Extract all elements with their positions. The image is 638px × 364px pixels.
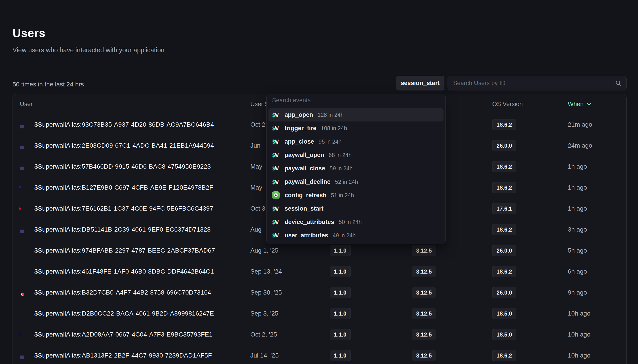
os-version-badge: 17.6.1 <box>492 203 516 214</box>
event-count: 49 in 24h <box>333 232 356 239</box>
event-search-input[interactable] <box>267 97 445 104</box>
event-list-item[interactable]: $W user_attributes 49 in 24h <box>268 229 444 242</box>
event-filter-dropdown: $W app_open 128 in 24h $W trigger_fire 1… <box>266 94 446 244</box>
event-list-item[interactable]: $W app_open 128 in 24h <box>268 108 444 122</box>
event-icon: $W <box>272 152 281 158</box>
event-name: user_attributes <box>284 232 328 239</box>
event-list-item[interactable]: $W device_attributes 50 in 24h <box>268 215 444 229</box>
os-version-badge: 18.6.2 <box>492 119 516 130</box>
event-count: 51 in 24h <box>331 192 354 198</box>
event-list-item[interactable]: config_refresh 51 in 24h <box>268 188 444 202</box>
superwall-logo-icon: $W <box>272 152 278 158</box>
event-list-item[interactable]: $W paywall_close 59 in 24h <box>268 162 444 175</box>
user-since: Aug 1, '25 <box>250 247 278 254</box>
event-filter-label: session_start <box>401 80 440 87</box>
superwall-logo-icon: $W <box>272 138 278 145</box>
os-version-badge: 18.5.0 <box>492 308 516 319</box>
user-id: $SuperwallAlias:974BFABB-2297-4787-BEEC-… <box>35 247 215 254</box>
user-since: Jun <box>250 142 260 149</box>
sdk-version-badge: 3.12.5 <box>412 287 436 298</box>
event-list-item[interactable]: $W paywall_open 68 in 24h <box>268 148 444 162</box>
event-count: 68 in 24h <box>329 152 352 158</box>
event-list-item[interactable]: $W session_start <box>268 202 444 215</box>
os-version-badge: 18.6.2 <box>492 161 516 172</box>
user-search-input[interactable] <box>448 76 610 90</box>
event-icon: $W <box>272 112 281 118</box>
superwall-logo-icon: $W <box>272 165 278 172</box>
superwall-logo-icon: $W <box>272 125 278 132</box>
when-value: 10h ago <box>568 331 590 338</box>
event-list-item[interactable]: $W trigger_fire 108 in 24h <box>268 122 444 135</box>
app-version-badge: 1.1.0 <box>330 245 351 256</box>
when-value: 9h ago <box>568 289 587 296</box>
os-version-badge: 18.6.2 <box>492 224 516 235</box>
event-list-item[interactable]: $W app_close 95 in 24h <box>268 135 444 148</box>
chevron-down-icon <box>586 102 592 107</box>
superwall-logo-icon: $W <box>272 179 278 185</box>
user-since: Oct 3 <box>250 205 265 212</box>
event-name: paywall_close <box>284 165 325 172</box>
user-since: Sep 30, '25 <box>250 289 282 296</box>
sdk-version-badge: 3.12.5 <box>412 266 436 277</box>
event-icon: $W <box>272 125 281 132</box>
event-count: 95 in 24h <box>318 138 342 145</box>
column-header-os-version[interactable]: OS Version <box>492 101 523 108</box>
user-id: $SuperwallAlias:7E6162B1-1C37-4C0E-94FC-… <box>35 205 213 212</box>
os-version-badge: 26.0.0 <box>492 140 516 151</box>
event-search <box>267 94 445 107</box>
app-version-badge: 1.1.0 <box>330 266 351 277</box>
event-icon: $W <box>272 138 281 145</box>
app-version-badge: 1.1.0 <box>330 308 351 319</box>
event-icon: $W <box>272 165 281 172</box>
user-since: Sep 3, '25 <box>250 310 278 317</box>
os-version-badge: 26.0.0 <box>492 245 516 256</box>
column-header-when-label: When <box>568 101 584 108</box>
when-value: 3h ago <box>568 226 587 233</box>
table-row[interactable]: $SuperwallAlias:D2B0CC22-BACA-4061-9B2D-… <box>13 303 626 324</box>
user-id: $SuperwallAlias:B127E9B0-C697-4CFB-AE9E-… <box>35 184 213 191</box>
when-value: 6h ago <box>568 268 587 275</box>
event-name: paywall_open <box>284 152 324 158</box>
sdk-version-badge: 3.12.5 <box>412 350 436 361</box>
when-value: 1h ago <box>568 184 587 191</box>
user-since: May <box>250 163 262 170</box>
os-version-badge: 26.0.0 <box>492 287 516 298</box>
search-icon[interactable] <box>610 80 626 86</box>
user-id: $SuperwallAlias:D2B0CC22-BACA-4061-9B2D-… <box>35 310 214 317</box>
event-icon <box>272 192 281 199</box>
os-version-badge: 18.6.2 <box>492 350 516 361</box>
column-header-when[interactable]: When <box>568 101 592 108</box>
app-version-badge: 1.1.0 <box>330 287 351 298</box>
table-row[interactable]: $SuperwallAlias:A2D08AA7-0667-4C04-A7F3-… <box>13 324 626 345</box>
table-row[interactable]: $SuperwallAlias:AB1313F2-2B2F-44C7-9930-… <box>13 345 626 364</box>
user-id: $SuperwallAlias:461F48FE-1AF0-46B0-8DBC-… <box>35 268 214 275</box>
event-icon: $W <box>272 206 281 212</box>
user-since: Jul 14, '25 <box>250 352 279 359</box>
user-id: $SuperwallAlias:AB1313F2-2B2F-44C7-9930-… <box>35 352 212 359</box>
sdk-version-badge: 3.12.5 <box>412 329 436 340</box>
user-id: $SuperwallAlias:93C73B35-A937-4D20-86DB-… <box>35 121 214 128</box>
event-list-item[interactable]: $W paywall_decline 52 in 24h <box>268 175 444 188</box>
when-value: 1h ago <box>568 163 587 170</box>
user-since: May <box>250 184 262 191</box>
os-version-badge: 18.6.2 <box>492 266 516 277</box>
event-list: $W app_open 128 in 24h $W trigger_fire 1… <box>267 107 445 243</box>
user-search <box>448 76 626 90</box>
user-id: $SuperwallAlias:2E03CD09-67C1-4ADC-BA41-… <box>35 142 214 149</box>
superwall-logo-icon: $W <box>272 219 278 225</box>
user-since: Oct 2 <box>250 121 265 128</box>
event-name: session_start <box>284 205 324 212</box>
event-filter-button[interactable]: session_start <box>396 76 444 90</box>
table-row[interactable]: $SuperwallAlias:B32D7CB0-A4F7-44B2-8758-… <box>13 282 626 303</box>
event-icon: $W <box>272 179 281 185</box>
user-id: $SuperwallAlias:A2D08AA7-0667-4C04-A7F3-… <box>35 331 213 338</box>
os-version-badge: 18.5.0 <box>492 329 516 340</box>
sdk-version-badge: 3.12.5 <box>412 308 436 319</box>
column-header-user[interactable]: User <box>20 101 33 108</box>
superwall-logo-icon: $W <box>272 206 278 212</box>
page-subtitle: View users who have interacted with your… <box>13 46 165 54</box>
config-refresh-icon <box>272 192 280 199</box>
user-since: Oct 2, '25 <box>250 331 277 338</box>
table-row[interactable]: $SuperwallAlias:461F48FE-1AF0-46B0-8DBC-… <box>13 261 626 282</box>
event-count: 108 in 24h <box>321 125 347 132</box>
